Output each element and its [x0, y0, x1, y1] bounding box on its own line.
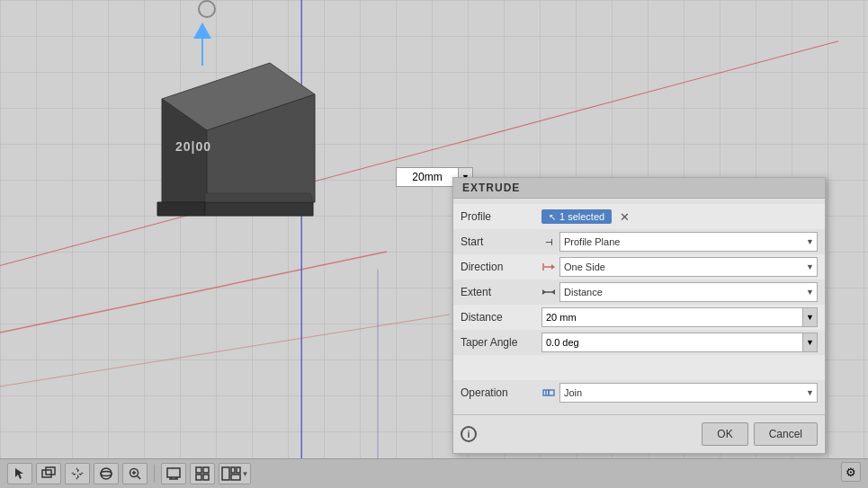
orbit-tool-icon	[99, 466, 113, 481]
info-icon[interactable]: i	[461, 426, 477, 442]
operation-select[interactable]: Join Cut Intersect New Body	[559, 383, 818, 403]
pan-tool-icon	[70, 466, 85, 481]
svg-rect-19	[42, 470, 51, 477]
svg-marker-15	[551, 289, 555, 295]
top-handle	[198, 0, 216, 18]
svg-marker-14	[542, 289, 546, 295]
svg-marker-7	[157, 202, 205, 216]
taper-stepper[interactable]: ▼	[803, 333, 818, 352]
settings-button[interactable]: ⚙	[841, 462, 861, 482]
arrow-head	[193, 22, 211, 39]
svg-point-22	[101, 472, 112, 476]
ok-button[interactable]: OK	[702, 422, 747, 446]
tool-pan-button[interactable]	[65, 463, 90, 484]
panel-footer: i OK Cancel	[453, 414, 825, 453]
extent-row: Extent Distance To Object All ▼	[453, 279, 825, 305]
spacer-row	[453, 355, 825, 380]
svg-rect-33	[196, 475, 201, 480]
extent-select[interactable]: Distance To Object All	[559, 282, 818, 302]
gear-icon: ⚙	[846, 466, 856, 479]
direction-control: One Side Two Sides Symmetric ▼	[541, 257, 818, 277]
taper-control: ▼	[541, 333, 818, 352]
select-tool-icon	[13, 466, 27, 481]
cursor-icon: ↖	[549, 212, 556, 222]
distance-stepper[interactable]: ▼	[803, 307, 818, 327]
display-icon	[166, 466, 181, 481]
taper-row: Taper Angle ▼	[453, 330, 825, 355]
profile-selected-text: 1 selected	[559, 211, 604, 222]
start-control: ⊣ Profile Plane ▼	[541, 232, 818, 252]
extrude-panel: EXTRUDE Profile ↖ 1 selected ✕ Start ⊣ P…	[452, 177, 826, 454]
direction-row: Direction One Side Two Sides Symmetric	[453, 254, 825, 279]
svg-rect-20	[46, 467, 55, 475]
svg-rect-38	[231, 475, 240, 480]
start-row: Start ⊣ Profile Plane ▼	[453, 229, 825, 254]
layout-icon	[221, 466, 241, 481]
tool-orbit-button[interactable]	[94, 463, 119, 484]
bottom-toolbar: ▼ ⚙	[0, 458, 868, 488]
profile-control: ↖ 1 selected ✕	[541, 209, 818, 224]
zoom-tool-icon	[128, 466, 142, 481]
distance-label: Distance	[461, 311, 541, 324]
toolbar-separator-1	[154, 465, 155, 483]
distance-input[interactable]	[541, 307, 803, 327]
svg-point-21	[101, 468, 112, 479]
view-layout-button[interactable]: ▼	[219, 463, 251, 484]
view-grid-button[interactable]	[190, 463, 215, 484]
start-select[interactable]: Profile Plane	[559, 232, 818, 252]
svg-rect-37	[237, 467, 240, 473]
start-icon: ⊣	[541, 235, 556, 249]
dim-value-input[interactable]	[396, 167, 459, 187]
panel-body: Profile ↖ 1 selected ✕ Start ⊣ Profile P…	[453, 199, 825, 411]
operation-label: Operation	[461, 386, 541, 399]
box-tool-icon	[41, 466, 56, 481]
direction-select-wrapper: One Side Two Sides Symmetric ▼	[559, 257, 818, 277]
distance-row: Distance ▼	[453, 305, 825, 330]
svg-rect-17	[549, 390, 554, 395]
operation-row: Operation Join Cut Intersect New Body	[453, 380, 825, 405]
direction-icon	[541, 260, 556, 274]
profile-selected-badge[interactable]: ↖ 1 selected	[541, 209, 612, 224]
direction-label: Direction	[461, 261, 541, 273]
svg-marker-11	[551, 264, 555, 270]
start-select-wrapper: Profile Plane ▼	[559, 232, 818, 252]
tool-box-button[interactable]	[36, 463, 61, 484]
direction-select[interactable]: One Side Two Sides Symmetric	[559, 257, 818, 277]
extent-control: Distance To Object All ▼	[541, 282, 818, 302]
extent-icon	[541, 285, 556, 299]
taper-input[interactable]	[541, 333, 803, 352]
view-display-button[interactable]	[161, 463, 186, 484]
svg-rect-31	[196, 467, 201, 473]
cancel-button[interactable]: Cancel	[754, 422, 818, 446]
svg-line-24	[138, 476, 141, 480]
operation-icon	[541, 386, 556, 400]
profile-row: Profile ↖ 1 selected ✕	[453, 204, 825, 229]
box-svg	[126, 45, 324, 225]
svg-rect-27	[167, 468, 180, 477]
taper-label: Taper Angle	[461, 336, 541, 349]
profile-clear-button[interactable]: ✕	[617, 210, 632, 224]
start-label: Start	[461, 235, 541, 248]
svg-marker-9	[205, 193, 313, 202]
extent-select-wrapper: Distance To Object All ▼	[559, 282, 818, 302]
operation-control: Join Cut Intersect New Body ▼	[541, 383, 818, 403]
svg-marker-8	[205, 202, 313, 216]
extent-label: Extent	[461, 286, 541, 298]
distance-control: ▼	[541, 307, 818, 327]
operation-select-wrapper: Join Cut Intersect New Body ▼	[559, 383, 818, 403]
svg-rect-36	[231, 467, 235, 473]
distance-display: 20|00	[175, 139, 211, 154]
svg-rect-35	[222, 467, 229, 480]
profile-label: Profile	[461, 210, 541, 223]
svg-rect-34	[203, 475, 209, 480]
tool-zoom-button[interactable]	[122, 463, 148, 484]
svg-rect-32	[203, 467, 209, 473]
tool-select-button[interactable]	[7, 463, 32, 484]
panel-title: EXTRUDE	[453, 178, 825, 199]
grid-icon	[195, 466, 210, 481]
